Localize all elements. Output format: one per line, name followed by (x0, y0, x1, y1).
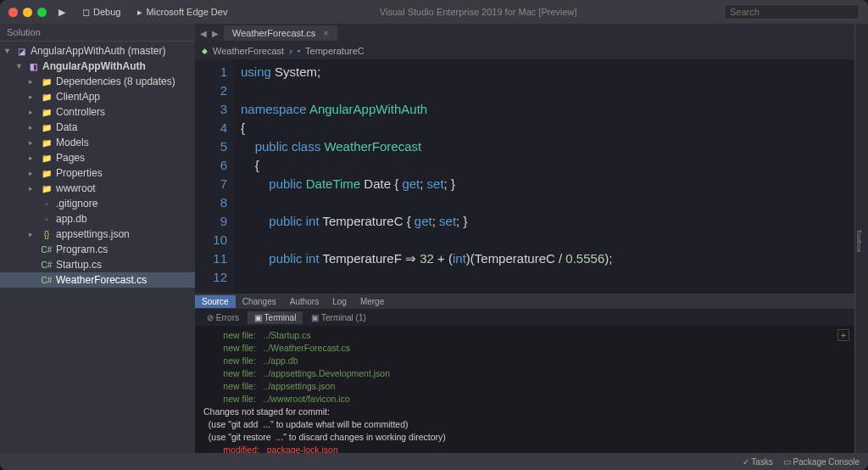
tree-label: Data (56, 121, 77, 133)
panel-tab-terminal--1-[interactable]: ▣ Terminal (1) (304, 311, 372, 324)
solution-label: AngularAppWithAuth (master) (31, 45, 165, 57)
tree-label: wwwroot (56, 182, 96, 194)
source-tab-merge[interactable]: Merge (353, 295, 391, 308)
new-terminal-button[interactable]: + (837, 329, 849, 341)
file-icon: ▫ (41, 198, 53, 210)
solution-tree[interactable]: ▼ ◪ AngularAppWithAuth (master) ▼ ◧ Angu… (0, 42, 195, 453)
minimize-icon[interactable] (23, 8, 32, 17)
chevron-icon: ▸ (29, 108, 37, 116)
field-icon: ▪ (298, 47, 300, 55)
tree-item-appsettings-json[interactable]: ▸{}appsettings.json (0, 227, 195, 242)
package-console-button[interactable]: ▭ Package Console (783, 457, 860, 467)
chevron-icon: ▸ (29, 123, 37, 131)
folder-icon: 📁 (41, 152, 53, 164)
terminal-line: new file: ../WeatherForecast.cs (203, 342, 846, 355)
terminal-line: new file: ../wwwroot/favicon.ico (203, 393, 846, 406)
tree-label: Controllers (56, 106, 105, 118)
bottom-panel-tabs: ⊘ Errors▣ Terminal▣ Terminal (1) (195, 309, 854, 326)
terminal-line: (use "git restore ..." to discard change… (203, 431, 846, 444)
source-tab-source[interactable]: Source (195, 295, 236, 308)
editor-area: ◀ ▶ WeatherForecast.cs × ◆ WeatherForeca… (195, 24, 854, 453)
folder-icon: 📁 (41, 167, 53, 179)
editor-tabs: ◀ ▶ WeatherForecast.cs × (195, 24, 854, 42)
tree-label: appsettings.json (56, 228, 130, 240)
chevron-icon: ▸ (29, 77, 37, 86)
close-icon[interactable] (8, 8, 18, 17)
titlebar: ▶ ◻ Debug ▸ Microsoft Edge Dev Visual St… (0, 0, 868, 24)
breadcrumb-member: TemperatureC (305, 46, 364, 56)
tree-label: Models (56, 137, 89, 148)
tree-item-controllers[interactable]: ▸📁Controllers (0, 104, 195, 120)
app-window: ▶ ◻ Debug ▸ Microsoft Edge Dev Visual St… (0, 0, 868, 470)
device-selector[interactable]: ▸ Microsoft Edge Dev (132, 5, 232, 20)
tree-item--gitignore[interactable]: ▫.gitignore (0, 196, 195, 211)
panel-tab-terminal[interactable]: ▣ Terminal (248, 311, 303, 324)
folder-icon: 📁 (41, 137, 53, 148)
chevron-down-icon: ▼ (3, 47, 12, 55)
tree-item-weatherforecast-cs[interactable]: C#WeatherForecast.cs (0, 272, 195, 288)
tree-label: Program.cs (56, 243, 108, 255)
tree-label: Startup.cs (56, 259, 102, 271)
terminal-panel[interactable]: + new file: ../Startup.cs new file: ../W… (195, 326, 854, 453)
folder-icon: 📁 (41, 182, 53, 194)
terminal-line: new file: ../app.db (203, 355, 846, 367)
cs-icon: C# (41, 274, 53, 286)
config-selector[interactable]: ◻ Debug (77, 5, 125, 20)
tree-item-data[interactable]: ▸📁Data (0, 120, 195, 135)
source-control-tabs: SourceChangesAuthorsLogMerge (195, 294, 854, 309)
cs-icon: C# (41, 243, 53, 255)
project-root[interactable]: ▼ ◧ AngularAppWithAuth (0, 59, 195, 74)
code-content[interactable]: using System; namespace AngularAppWithAu… (234, 59, 854, 294)
tab-back-icon[interactable]: ◀ (200, 29, 207, 38)
line-gutter: 123456789101112 (195, 59, 234, 294)
tree-label: WeatherForecast.cs (56, 274, 147, 286)
tasks-button[interactable]: ✓ Tasks (743, 457, 773, 467)
chevron-icon: ▸ (29, 184, 37, 193)
right-tool-panel: ToolboxDocument OutlineUnit Tests (854, 24, 868, 453)
terminal-line: Changes not staged for commit: (203, 406, 846, 418)
chevron-down-icon: ▼ (15, 62, 24, 70)
tree-label: Pages (56, 152, 85, 164)
folder-icon: 📁 (41, 106, 53, 118)
tree-item-pages[interactable]: ▸📁Pages (0, 150, 195, 165)
terminal-line: new file: ../Startup.cs (203, 329, 846, 342)
close-tab-icon[interactable]: × (323, 28, 328, 38)
tree-item-models[interactable]: ▸📁Models (0, 135, 195, 150)
app-title: Visual Studio Enterprise 2019 for Mac [P… (239, 7, 717, 17)
tree-item-app-db[interactable]: ▫app.db (0, 211, 195, 227)
terminal-line: modified: package-lock.json (203, 444, 846, 453)
source-tab-log[interactable]: Log (326, 295, 353, 308)
right-panel-toolbox[interactable]: Toolbox (855, 229, 863, 253)
folder-icon: 📁 (41, 76, 53, 87)
source-tab-authors[interactable]: Authors (283, 295, 326, 308)
tree-item-properties[interactable]: ▸📁Properties (0, 165, 195, 181)
tree-item-dependencies--8-updates-[interactable]: ▸📁Dependencies (8 updates) (0, 74, 195, 89)
code-editor[interactable]: 123456789101112 using System; namespace … (195, 59, 854, 294)
tree-item-startup-cs[interactable]: C#Startup.cs (0, 257, 195, 272)
chevron-icon: ▸ (29, 154, 37, 162)
tree-item-clientapp[interactable]: ▸📁ClientApp (0, 89, 195, 104)
tree-label: ClientApp (56, 91, 100, 103)
chevron-icon: ▸ (29, 230, 37, 238)
editor-tab-active[interactable]: WeatherForecast.cs × (224, 25, 337, 41)
tree-item-program-cs[interactable]: C#Program.cs (0, 242, 195, 257)
main-body: Solution ▼ ◪ AngularAppWithAuth (master)… (0, 24, 868, 453)
run-button[interactable]: ▶ (53, 5, 70, 20)
class-icon: ◆ (202, 47, 208, 55)
breadcrumb[interactable]: ◆ WeatherForecast › ▪ TemperatureC (195, 42, 854, 59)
terminal-line: (use "git add ..." to update what will b… (203, 418, 846, 431)
source-tab-changes[interactable]: Changes (236, 295, 283, 308)
search-input[interactable] (724, 4, 860, 20)
panel-tab-errors[interactable]: ⊘ Errors (200, 311, 246, 324)
folder-icon: 📁 (41, 91, 53, 103)
tree-item-wwwroot[interactable]: ▸📁wwwroot (0, 181, 195, 196)
tab-fwd-icon[interactable]: ▶ (212, 29, 219, 38)
solution-root[interactable]: ▼ ◪ AngularAppWithAuth (master) (0, 43, 195, 59)
terminal-line: new file: ../appsettings.Development.jso… (203, 367, 846, 380)
breadcrumb-file: WeatherForecast (213, 46, 284, 56)
breadcrumb-separator: › (289, 46, 292, 56)
status-bar: ✓ Tasks ▭ Package Console (0, 453, 868, 470)
chevron-icon: ▸ (29, 92, 37, 101)
maximize-icon[interactable] (37, 8, 47, 17)
cs-icon: C# (41, 259, 53, 271)
